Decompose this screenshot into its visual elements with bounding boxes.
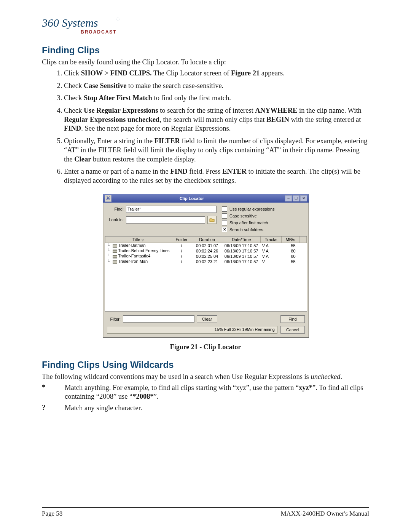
svg-point-1 (117, 18, 119, 20)
step-6: Enter a name or part of a name in the FI… (64, 167, 369, 185)
minimize-button[interactable]: – (285, 195, 292, 201)
col-mbs[interactable]: MB/s (282, 236, 299, 243)
heading-finding-clips: Finding Clips (42, 45, 369, 56)
table-row[interactable]: └Trailer-Batman/00:02:01:0706/13/09 17:1… (105, 243, 307, 248)
wildcards-intro: The following wildcard conventions may b… (42, 372, 369, 381)
table-row[interactable]: └Trailer-Fantastic4/00:02:25:0406/13/09 … (105, 254, 307, 259)
lookin-input[interactable] (126, 216, 205, 224)
wildcard-question: ? Match any single character. (42, 404, 369, 413)
svg-rect-14 (113, 263, 117, 264)
maximize-button[interactable]: □ (293, 195, 299, 201)
table-row[interactable]: └Trailer-Behind Enemy Lines/00:02:24:260… (105, 248, 307, 254)
lookin-label: Look in: (107, 217, 124, 222)
case-checkbox-label: Case sensitive (229, 214, 257, 218)
svg-rect-10 (113, 255, 117, 256)
col-title[interactable]: Title▽ (105, 236, 171, 243)
clip-icon (113, 260, 117, 264)
table-row[interactable]: └Trailer-Iron Man/00:02:23:2106/13/09 17… (105, 259, 307, 264)
folder-icon (209, 217, 215, 222)
page-footer: Page 58 MAXX-2400HD Owner's Manual (42, 507, 369, 518)
col-spacer (299, 236, 307, 243)
stop-checkbox[interactable] (222, 220, 227, 225)
svg-rect-13 (113, 260, 117, 261)
wildcard-star: * Match anything. For example, to find a… (42, 383, 369, 401)
stop-checkbox-label: Stop after first match (229, 220, 268, 225)
regex-checkbox-label: Use regular expressions (229, 207, 275, 211)
filter-label: Filter: (107, 317, 121, 321)
steps-list: Click SHOW > FIND CLIPS. The Clip Locato… (42, 69, 369, 185)
col-datetime[interactable]: Date/Time (222, 236, 261, 243)
wildcard-star-symbol: * (42, 383, 49, 401)
footer-manual: MAXX-2400HD Owner's Manual (280, 510, 369, 518)
find-input[interactable] (126, 206, 217, 213)
intro-paragraph: Clips can be easily found using the Clip… (42, 58, 369, 67)
step-4: Check Use Regular Expressions to search … (64, 106, 369, 133)
results-table[interactable]: Title▽ Folder Duration Date/Time Tracks … (105, 236, 307, 312)
col-folder[interactable]: Folder (171, 236, 192, 243)
step-1: Click SHOW > FIND CLIPS. The Clip Locato… (64, 69, 369, 78)
step-2: Check Case Sensitive to make the search … (64, 81, 369, 91)
titlebar[interactable]: 36 Clip Locator – □ × (103, 194, 309, 203)
step-5: Optionally, Enter a string in the FILTER… (64, 137, 369, 164)
subfolders-checkbox-label: Search subfolders (229, 227, 263, 232)
step-3: Check Stop After First Match to find onl… (64, 94, 369, 103)
status-text: 15% Full 32Hr 19Min Remaining (215, 327, 275, 332)
clip-icon (113, 249, 117, 253)
clip-icon (113, 255, 117, 259)
clip-locator-window: 36 Clip Locator – □ × Find: Look in: (103, 194, 309, 338)
find-label: Find: (107, 207, 124, 211)
wildcard-question-symbol: ? (42, 404, 49, 413)
cancel-button[interactable]: Cancel (280, 326, 305, 334)
svg-text:360 Systems: 360 Systems (42, 16, 98, 29)
status-bar: 15% Full 32Hr 19Min Remaining (107, 326, 277, 334)
svg-rect-7 (113, 250, 117, 251)
figure-caption: Figure 21 - Clip Locator (42, 343, 369, 351)
sort-indicator-icon: ▽ (142, 238, 144, 242)
footer-page: Page 58 (42, 510, 62, 518)
svg-rect-8 (113, 252, 117, 253)
regex-checkbox[interactable] (222, 206, 227, 212)
browse-folder-button[interactable] (207, 216, 217, 224)
window-title: Clip Locator (99, 196, 285, 201)
svg-text:BROADCAST: BROADCAST (81, 29, 117, 35)
subfolders-checkbox[interactable] (222, 227, 227, 232)
clip-locator-figure: 36 Clip Locator – □ × Find: Look in: (103, 194, 308, 338)
heading-wildcards: Finding Clips Using Wildcards (42, 359, 369, 370)
clip-icon (113, 244, 117, 248)
case-checkbox[interactable] (222, 213, 227, 219)
svg-rect-4 (113, 244, 117, 245)
find-button[interactable]: Find (280, 315, 305, 323)
svg-rect-11 (113, 257, 117, 258)
close-button[interactable]: × (300, 195, 307, 201)
col-duration[interactable]: Duration (192, 236, 222, 243)
col-tracks[interactable]: Tracks (261, 236, 282, 243)
filter-input[interactable] (123, 315, 194, 323)
svg-rect-5 (113, 247, 117, 248)
clear-button[interactable]: Clear (197, 315, 217, 323)
brand-logo: 360 Systems BROADCAST (42, 15, 369, 37)
